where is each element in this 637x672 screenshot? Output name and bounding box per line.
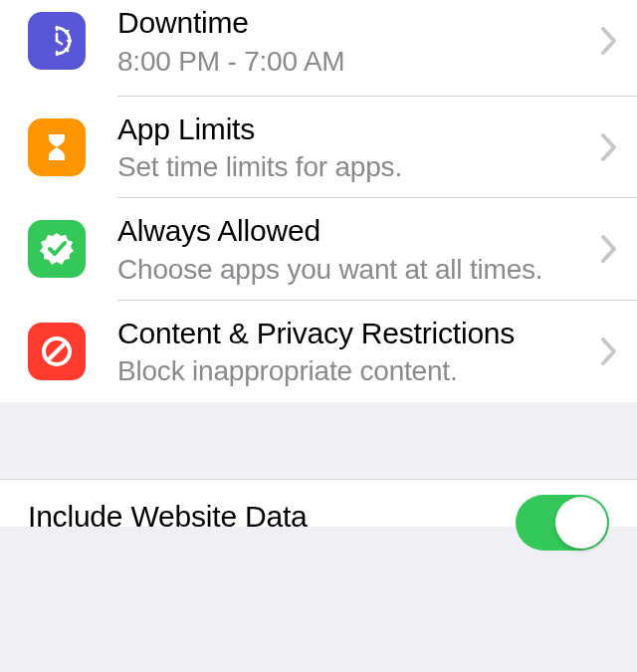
row-always-allowed-subtitle: Choose apps you want at all times. bbox=[117, 252, 591, 287]
chevron-right-icon bbox=[601, 133, 617, 161]
chevron-right-icon bbox=[601, 337, 617, 365]
row-include-website-data[interactable]: Include Website Data bbox=[0, 479, 637, 527]
row-content-privacy-subtitle: Block inappropriate content. bbox=[117, 353, 591, 388]
nosign-icon bbox=[28, 323, 86, 380]
row-content-privacy-title: Content & Privacy Restrictions bbox=[117, 315, 591, 352]
chevron-right-icon bbox=[601, 27, 617, 55]
row-content-privacy-text: Content & Privacy Restrictions Block ina… bbox=[117, 315, 601, 389]
include-website-data-toggle[interactable] bbox=[516, 495, 609, 551]
row-content-privacy[interactable]: Content & Privacy Restrictions Block ina… bbox=[0, 301, 637, 403]
svg-line-2 bbox=[66, 31, 68, 33]
row-app-limits-subtitle: Set time limits for apps. bbox=[117, 149, 591, 184]
row-downtime-title: Downtime bbox=[117, 4, 591, 42]
toggle-knob bbox=[555, 497, 607, 549]
chevron-right-icon bbox=[601, 235, 617, 263]
row-app-limits-title: App Limits bbox=[117, 111, 591, 148]
row-always-allowed-text: Always Allowed Choose apps you want at a… bbox=[117, 212, 601, 287]
row-downtime[interactable]: Downtime 8:00 PM - 7:00 AM bbox=[0, 0, 637, 97]
svg-line-7 bbox=[57, 41, 62, 44]
svg-line-4 bbox=[66, 49, 68, 51]
row-app-limits[interactable]: App Limits Set time limits for apps. bbox=[0, 97, 637, 199]
include-website-data-label: Include Website Data bbox=[28, 498, 516, 536]
hourglass-icon bbox=[28, 118, 86, 176]
downtime-icon bbox=[28, 12, 86, 70]
row-app-limits-text: App Limits Set time limits for apps. bbox=[117, 111, 601, 185]
checkmark-seal-icon bbox=[28, 220, 86, 278]
svg-line-9 bbox=[48, 342, 66, 360]
section-gap bbox=[0, 402, 637, 479]
row-always-allowed[interactable]: Always Allowed Choose apps you want at a… bbox=[0, 198, 637, 301]
row-downtime-text: Downtime 8:00 PM - 7:00 AM bbox=[117, 4, 601, 79]
row-always-allowed-title: Always Allowed bbox=[117, 212, 591, 250]
screen-time-settings-group: Downtime 8:00 PM - 7:00 AM App Limits Se… bbox=[0, 0, 637, 402]
row-downtime-subtitle: 8:00 PM - 7:00 AM bbox=[117, 44, 591, 79]
